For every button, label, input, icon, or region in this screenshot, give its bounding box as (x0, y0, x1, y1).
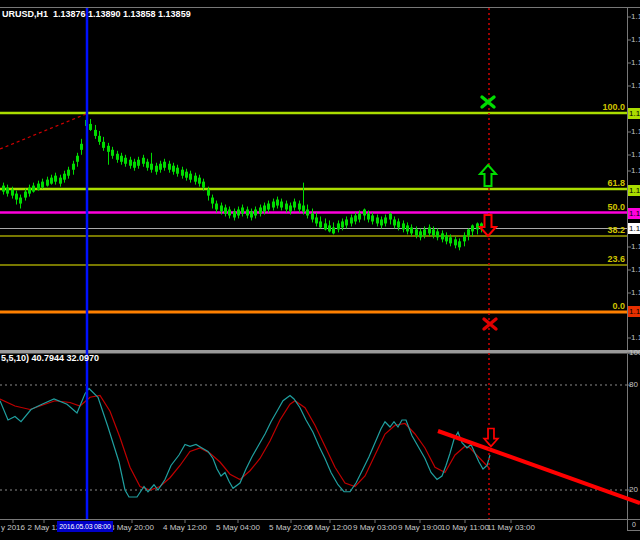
price-tag: 1.1 (628, 108, 640, 119)
candle-body (358, 213, 361, 219)
candle-body (280, 202, 283, 208)
candle-body (137, 160, 140, 166)
candle-body (215, 204, 218, 210)
candle-body (124, 158, 127, 164)
candle-body (432, 229, 435, 235)
candle-body (116, 154, 119, 160)
candle-body (324, 223, 327, 229)
stoch-k-line (0, 389, 490, 498)
candle-body (345, 219, 348, 225)
price-tick-label: 1.1 (631, 334, 640, 342)
candle-body (428, 227, 431, 233)
price-tick-label: 1.1 (631, 13, 640, 21)
price-tick-label: 1.1 (631, 82, 640, 90)
candle-body (98, 136, 101, 142)
stoch-scale-label: 20 (629, 486, 638, 494)
candle-body (24, 192, 27, 198)
candle-body (207, 190, 210, 196)
candle-body (380, 219, 383, 225)
time-axis-label[interactable]: 4 May 12:00 (155, 524, 215, 532)
candle-body (54, 176, 57, 182)
candle-body (397, 221, 400, 227)
candle-body (80, 144, 83, 150)
candle-body (463, 235, 466, 241)
red-trendline[interactable] (438, 431, 640, 503)
candle-body (272, 202, 275, 208)
price-tick-label: 1.1 (631, 289, 640, 297)
dotted-trendline[interactable] (0, 114, 86, 149)
candle-body (28, 188, 31, 194)
stoch-scale-label: 80 (629, 381, 638, 389)
candle-body (315, 217, 318, 223)
candle-body (363, 210, 366, 216)
candle-body (276, 200, 279, 206)
price-tag: 1.1 (628, 208, 640, 219)
candle-body (194, 176, 197, 182)
candle-body (298, 204, 301, 210)
candle-body (341, 221, 344, 227)
trading-chart-window[interactable]: URUSD,H1 1.13876 1.13890 1.13858 1.13859… (0, 0, 640, 540)
price-tag: 1.1 (628, 223, 640, 234)
candle-body (233, 211, 236, 217)
fib-label-61.8: 61.8 (555, 179, 625, 188)
chart-canvas[interactable] (0, 0, 640, 540)
indicator-label: 5,5,10) 40.7944 32.0970 (1, 354, 99, 363)
candle-body (41, 182, 44, 188)
candle-body (202, 182, 205, 188)
candle-body (267, 204, 270, 210)
price-tick-label: 1.1 (631, 266, 640, 274)
candle-body (436, 231, 439, 237)
candle-body (211, 198, 214, 204)
candle-body (293, 202, 296, 208)
sell-arrow-icon[interactable] (484, 429, 498, 447)
price-tick-label: 1.1 (631, 36, 640, 44)
red-x-icon[interactable] (484, 319, 496, 329)
candle-body (458, 241, 461, 247)
candle-body (328, 225, 331, 231)
time-axis-label[interactable]: 11 May 03:00 (481, 524, 541, 532)
fib-label-23.6: 23.6 (555, 255, 625, 264)
symbol-ohlc-label: URUSD,H1 1.13876 1.13890 1.13858 1.13859 (2, 10, 191, 19)
candle-body (250, 211, 253, 217)
candle-body (189, 174, 192, 180)
candle-body (198, 178, 201, 184)
candle-body (185, 172, 188, 178)
buy-arrow-icon[interactable] (480, 165, 496, 186)
candle-body (471, 225, 474, 231)
candle-body (389, 213, 392, 219)
candle-body (376, 217, 379, 223)
candle-body (311, 213, 314, 219)
candle-body (120, 156, 123, 162)
candle-body (410, 227, 413, 233)
fib-label-38.2: 38.2 (555, 226, 625, 235)
candle-body (419, 231, 422, 237)
candle-body (159, 164, 162, 170)
candle-body (129, 160, 132, 166)
green-x-icon[interactable] (482, 97, 494, 107)
candle-body (367, 213, 370, 219)
candle-body (302, 206, 305, 212)
candle-body (155, 166, 158, 172)
candle-body (393, 219, 396, 225)
candle-body (37, 184, 40, 190)
candle-body (102, 142, 105, 148)
candle-body (72, 164, 75, 170)
price-tag: 1.1 (628, 306, 640, 317)
candle-body (441, 233, 444, 239)
candle-body (332, 227, 335, 233)
candle-body (63, 174, 66, 180)
candle-body (350, 217, 353, 223)
candle-body (94, 130, 97, 136)
price-tick-label: 1.1 (631, 243, 640, 251)
fib-label-50.0: 50.0 (555, 203, 625, 212)
candle-body (50, 178, 53, 184)
candle-body (67, 170, 70, 176)
selected-time-badge[interactable]: 2016.05.03 08:00 (57, 521, 113, 532)
candle-body (263, 206, 266, 212)
price-tick-label: 1.1 (631, 128, 640, 136)
candle-body (384, 217, 387, 223)
candle-body (406, 225, 409, 231)
candle-body (319, 221, 322, 227)
candle-body (224, 208, 227, 214)
time-axis-label[interactable]: 5 May 04:00 (208, 524, 268, 532)
